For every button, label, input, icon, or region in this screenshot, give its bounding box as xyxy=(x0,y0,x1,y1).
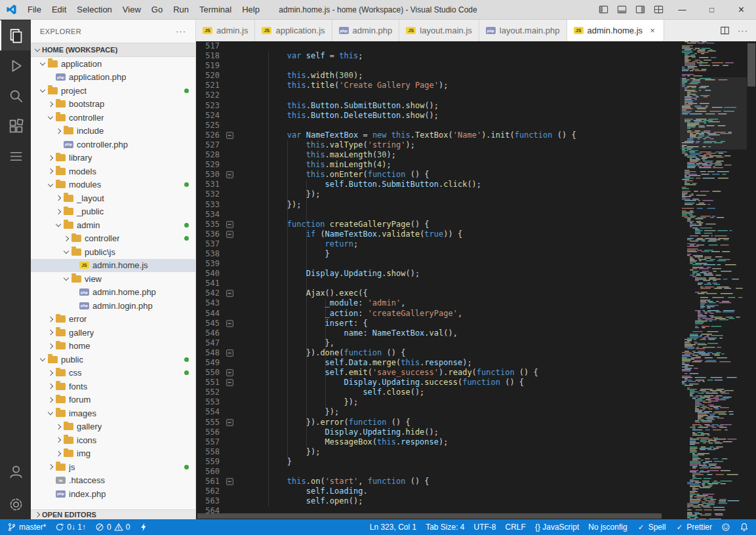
code-text[interactable]: self.Data.merge(this.response); xyxy=(249,358,472,368)
code-text[interactable]: this.valType('string'); xyxy=(249,140,415,150)
activity-search-button[interactable] xyxy=(0,81,31,111)
tree-item-index.php[interactable]: phpindex.php xyxy=(31,487,195,501)
code-text[interactable]: insert: { xyxy=(249,319,368,328)
menu-run[interactable]: Run xyxy=(168,0,194,20)
tree-item-admin.login.php[interactable]: phpadmin.login.php xyxy=(31,299,195,313)
code-editor[interactable]: 517518 var self = this;519520 this.width… xyxy=(196,41,680,519)
menu-go[interactable]: Go xyxy=(146,0,168,20)
tree-item-_layout[interactable]: _layout xyxy=(31,191,195,205)
tree-item-admin.home.php[interactable]: phpadmin.home.php xyxy=(31,286,195,300)
code-text[interactable]: return; xyxy=(249,239,358,249)
code-text[interactable]: var self = this; xyxy=(249,51,363,61)
status-prettier[interactable]: ✓Prettier xyxy=(670,519,717,535)
code-text[interactable]: Display.Updating.hide(); xyxy=(249,427,439,437)
status-spell[interactable]: ✓Spell xyxy=(632,519,671,535)
vertical-scrollbar[interactable] xyxy=(747,41,756,519)
split-editor-icon[interactable] xyxy=(720,26,730,35)
activity-explorer-button[interactable] xyxy=(0,20,31,50)
code-text[interactable]: this.maxLength(30); xyxy=(249,150,396,160)
status-git-branch[interactable]: master* xyxy=(3,519,50,535)
tab-layout.main.js[interactable]: JSlayout.main.js xyxy=(399,20,479,41)
tree-item-gallery[interactable]: gallery xyxy=(31,326,195,340)
status-jsconfig[interactable]: No jsconfig xyxy=(584,519,631,535)
code-text[interactable]: }); xyxy=(249,407,339,417)
horizontal-scrollbar-slider[interactable] xyxy=(197,513,662,519)
tree-item-error[interactable]: error xyxy=(31,313,195,327)
code-text[interactable]: Ajax().exec({ xyxy=(249,288,368,298)
tree-item-public[interactable]: public xyxy=(31,353,195,367)
tree-item-gallery[interactable]: gallery xyxy=(31,420,195,434)
panel-left-toggle-button[interactable] xyxy=(594,0,612,19)
status-eol[interactable]: CRLF xyxy=(501,519,530,535)
activity-extensions-button[interactable] xyxy=(0,111,31,141)
tree-item-view[interactable]: view xyxy=(31,272,195,286)
code-text[interactable]: if (NameTextBox.validate(true)) { xyxy=(249,229,462,239)
status-power[interactable] xyxy=(134,519,153,535)
fold-icon[interactable]: − xyxy=(226,419,233,426)
code-text[interactable]: function createGalleryPage() { xyxy=(249,220,429,229)
horizontal-scrollbar[interactable] xyxy=(196,513,680,519)
fold-icon[interactable]: − xyxy=(226,369,233,376)
menu-edit[interactable]: Edit xyxy=(47,0,71,20)
code-text[interactable]: }); xyxy=(249,447,320,457)
code-text[interactable]: self.emit('save_success').ready(function… xyxy=(249,368,538,378)
tree-item-home[interactable]: home xyxy=(31,340,195,353)
tree-item-include[interactable]: include xyxy=(31,125,195,138)
tree-item-modules[interactable]: modules xyxy=(31,178,195,192)
code-text[interactable]: }); xyxy=(249,397,358,407)
status-problems[interactable]: 00 xyxy=(90,519,134,535)
tree-item-controller[interactable]: controller xyxy=(31,111,195,125)
tree-item-fonts[interactable]: fonts xyxy=(31,380,195,393)
status-git-sync[interactable]: 0↓ 1↑ xyxy=(50,519,90,535)
code-text[interactable]: this.on('start', function () { xyxy=(249,477,429,486)
open-editors-header[interactable]: OPEN EDITORS xyxy=(31,509,195,519)
tree-item-controller[interactable]: controller xyxy=(31,232,195,246)
tree-item-application.php[interactable]: phpapplication.php xyxy=(31,71,195,85)
tree-item-img[interactable]: img xyxy=(31,447,195,461)
tree-item-icons[interactable]: icons xyxy=(31,433,195,447)
more-actions-icon[interactable]: ··· xyxy=(176,26,186,36)
status-notifications[interactable] xyxy=(735,519,753,535)
fold-icon[interactable]: − xyxy=(226,231,233,238)
fold-icon[interactable]: − xyxy=(226,478,233,485)
code-text[interactable]: }).done(function () { xyxy=(249,348,405,358)
tree-item-.htaccess[interactable]: ht.htaccess xyxy=(31,474,195,488)
code-text[interactable]: this.Button.DeleteButton.show(); xyxy=(249,111,439,121)
activity-run-and-debug-button[interactable] xyxy=(0,50,31,81)
tree-item-models[interactable]: models xyxy=(31,165,195,178)
code-text[interactable]: _module: 'admin', xyxy=(249,298,405,308)
close-button[interactable]: × xyxy=(726,0,756,19)
code-text[interactable]: _action: 'createGalleryPage', xyxy=(249,309,462,319)
tree-item-project[interactable]: project xyxy=(31,84,195,98)
menu-selection[interactable]: Selection xyxy=(71,0,117,20)
tree-item-js[interactable]: js xyxy=(31,460,195,474)
code-text[interactable]: }); xyxy=(249,189,320,199)
code-text[interactable]: MessageBox(this.response); xyxy=(249,437,448,447)
tree-item-controller.php[interactable]: phpcontroller.php xyxy=(31,138,195,151)
fold-icon[interactable]: − xyxy=(226,290,233,297)
tree-item-images[interactable]: images xyxy=(31,406,195,420)
fold-icon[interactable]: − xyxy=(226,349,233,357)
panel-right-toggle-button[interactable] xyxy=(631,0,649,19)
fold-icon[interactable]: − xyxy=(226,320,233,327)
fold-icon[interactable]: − xyxy=(226,132,233,139)
status-feedback[interactable] xyxy=(717,519,735,535)
menu-help[interactable]: Help xyxy=(237,0,265,20)
status-language-mode[interactable]: {} JavaScript xyxy=(530,519,584,535)
tree-item-_public[interactable]: _public xyxy=(31,205,195,219)
tree-item-admin[interactable]: admin xyxy=(31,218,195,232)
code-text[interactable]: }); xyxy=(249,200,301,210)
code-text[interactable]: self.open(); xyxy=(249,496,363,506)
menu-terminal[interactable]: Terminal xyxy=(194,0,237,20)
minimap-slider[interactable] xyxy=(680,77,747,149)
tab-application.js[interactable]: JSapplication.js xyxy=(255,20,332,41)
maximize-button[interactable]: □ xyxy=(697,0,726,19)
menu-view[interactable]: View xyxy=(117,0,146,20)
tree-item-application[interactable]: application xyxy=(31,57,195,71)
code-text[interactable]: var NameTextBox = new this.TextBox('Name… xyxy=(249,130,576,140)
code-text[interactable]: }, xyxy=(249,338,334,348)
workspace-section-header[interactable]: HOME (WORKSPACE) xyxy=(31,43,195,57)
tab-admin.home.js[interactable]: JSadmin.home.js× xyxy=(567,20,665,41)
status-encoding[interactable]: UTF-8 xyxy=(469,519,501,535)
code-text[interactable]: this.onEnter(function () { xyxy=(249,170,429,180)
